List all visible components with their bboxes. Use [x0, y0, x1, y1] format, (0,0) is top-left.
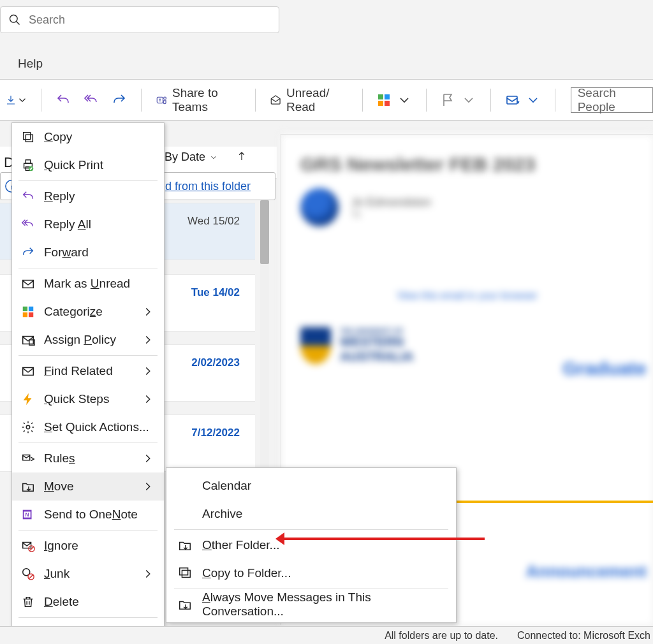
- share-to-teams-button[interactable]: Share to Teams: [149, 87, 244, 113]
- chevron-right-icon: [141, 305, 155, 319]
- undo-icon: [55, 92, 71, 108]
- menu-send-to-onenote[interactable]: N Send to OneNote: [12, 501, 164, 529]
- move-icon: [21, 479, 35, 494]
- search-input[interactable]: [29, 13, 271, 27]
- search-bar[interactable]: [0, 6, 279, 33]
- tab-help[interactable]: Help: [18, 57, 43, 71]
- svg-rect-10: [26, 135, 33, 142]
- copy-folder-icon: [178, 566, 192, 580]
- submenu-copy-to-folder[interactable]: Copy to Folder...: [166, 559, 456, 587]
- menu-copy[interactable]: Copy: [12, 123, 164, 151]
- email-to: To: [351, 209, 431, 219]
- download-icon: [5, 94, 17, 106]
- policy-icon: [21, 333, 35, 347]
- announcement-heading: Announcement: [526, 562, 647, 582]
- categorize-ribbon-button[interactable]: [370, 87, 418, 113]
- svg-rect-5: [385, 94, 390, 99]
- mailbox-icon: [505, 92, 520, 108]
- graduate-heading: Graduate: [562, 358, 647, 379]
- svg-rect-13: [26, 160, 30, 164]
- send-receive-button[interactable]: [499, 87, 547, 113]
- chevron-down-icon: [525, 92, 541, 108]
- submenu-calendar[interactable]: Calendar: [166, 472, 456, 500]
- search-people-placeholder: Search People: [578, 86, 646, 114]
- menu-forward[interactable]: Forward: [12, 238, 164, 267]
- submenu-other-folder[interactable]: Other Folder...: [166, 531, 456, 559]
- menu-ignore[interactable]: Ignore: [12, 532, 164, 560]
- menu-junk[interactable]: Junk: [12, 560, 164, 588]
- svg-rect-17: [23, 307, 27, 311]
- svg-rect-16: [23, 281, 34, 288]
- chevron-right-icon: [141, 364, 155, 378]
- crest-icon: [300, 327, 331, 364]
- svg-point-3: [163, 97, 166, 99]
- menu-delete[interactable]: Delete: [12, 588, 164, 616]
- svg-line-34: [29, 574, 33, 578]
- categories-icon: [376, 92, 392, 108]
- chevron-down-icon: [17, 94, 28, 106]
- undo-all-button[interactable]: [77, 87, 105, 113]
- flag-button[interactable]: [434, 87, 483, 113]
- menu-find-related[interactable]: Find Related: [12, 357, 164, 385]
- menu-move[interactable]: Move: [12, 472, 164, 501]
- uni-line3: AUSTRALIA: [340, 349, 414, 364]
- folder-in-icon: [178, 597, 192, 611]
- chevron-right-icon: [141, 567, 155, 581]
- context-menu: Copy Quick Print Reply Reply All Forward…: [11, 122, 165, 644]
- scrollbar-thumb[interactable]: [260, 200, 269, 264]
- svg-rect-4: [378, 94, 383, 99]
- menu-assign-policy[interactable]: Assign Policy: [12, 326, 164, 354]
- info-link[interactable]: d from this folder: [165, 180, 251, 193]
- status-connected: Connected to: Microsoft Exch: [517, 630, 650, 641]
- menu-rules[interactable]: Rules: [12, 444, 164, 472]
- ribbon-dropdown-button[interactable]: [0, 94, 33, 106]
- annotation-arrow: [283, 538, 485, 540]
- svg-rect-23: [23, 368, 34, 376]
- message-date: Tue 14/02: [191, 286, 240, 299]
- menu-set-quick-actions[interactable]: Set Quick Actions...: [12, 413, 164, 441]
- menu-quick-steps[interactable]: Quick Steps: [12, 385, 164, 413]
- share-to-teams-label: Share to Teams: [172, 86, 237, 114]
- status-bar: All folders are up to date. Connected to…: [0, 626, 653, 644]
- menu-quick-print[interactable]: Quick Print: [12, 151, 164, 179]
- redo-button[interactable]: [105, 87, 133, 113]
- uni-line2: WESTERN: [340, 335, 414, 349]
- uni-line1: THE UNIVERSITY OF: [340, 328, 414, 335]
- menu-reply-all[interactable]: Reply All: [12, 210, 164, 238]
- unread-read-button[interactable]: Unread/ Read: [263, 87, 351, 113]
- forward-icon: [21, 245, 35, 260]
- menu-reply[interactable]: Reply: [12, 182, 164, 210]
- sort-by-date[interactable]: By Date: [165, 150, 218, 164]
- chevron-down-icon: [209, 153, 218, 162]
- message-date: 7/12/2022: [191, 427, 240, 439]
- undo-button[interactable]: [49, 87, 77, 113]
- svg-line-1: [17, 22, 20, 25]
- message-date: 2/02/2023: [191, 356, 240, 369]
- sort-direction-button[interactable]: [236, 150, 247, 165]
- menu-mark-unread[interactable]: Mark as Unread: [12, 270, 164, 298]
- onenote-icon: N: [21, 508, 35, 522]
- svg-rect-38: [180, 568, 188, 575]
- svg-rect-7: [385, 101, 390, 106]
- reply-icon: [21, 189, 35, 203]
- menu-categorize[interactable]: Categorize: [12, 298, 164, 326]
- ribbon-tabs: Help: [0, 51, 43, 77]
- svg-rect-19: [23, 312, 27, 317]
- chevron-right-icon: [141, 333, 155, 347]
- svg-text:N: N: [25, 512, 29, 518]
- submenu-always-move[interactable]: Always Move Messages in This Conversatio…: [166, 590, 456, 618]
- lightning-icon: [21, 392, 35, 406]
- email-from: Jo Edmondston: [351, 196, 431, 209]
- junk-icon: [21, 567, 35, 581]
- svg-rect-20: [29, 312, 33, 317]
- redo-icon: [112, 92, 127, 108]
- trash-icon: [21, 595, 35, 609]
- submenu-archive[interactable]: Archive: [166, 500, 456, 528]
- envelope-icon: [21, 277, 35, 291]
- chevron-right-icon: [141, 392, 155, 406]
- unread-read-label: Unread/ Read: [286, 86, 344, 114]
- folder-in-icon: [178, 538, 192, 552]
- chevron-right-icon: [141, 451, 155, 465]
- rules-icon: [21, 451, 35, 465]
- search-people-input[interactable]: Search People: [571, 87, 653, 113]
